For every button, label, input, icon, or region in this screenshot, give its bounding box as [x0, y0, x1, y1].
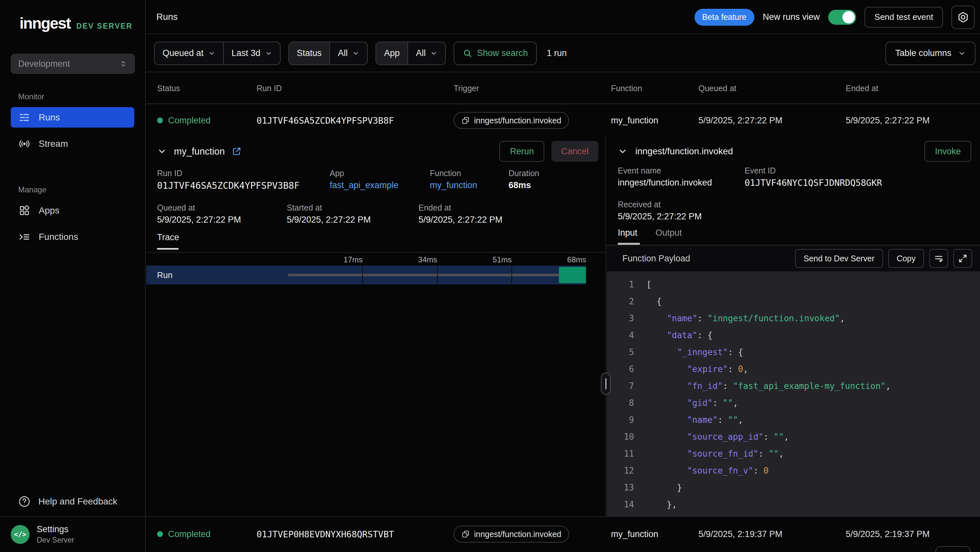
trigger-badge[interactable]: inngest/function.invoked — [453, 526, 569, 542]
invoke-button[interactable]: Invoke — [924, 141, 971, 162]
collapse-run-chevron[interactable] — [157, 147, 167, 156]
trace-timeline — [288, 266, 586, 284]
queued-at-cell: 5/9/2025, 2:27:22 PM — [698, 116, 846, 126]
collapse-event-chevron[interactable] — [618, 147, 628, 156]
next-row-peek-button[interactable] — [935, 546, 970, 552]
code-line: 6 "expire": 0, — [607, 361, 980, 378]
select-updown-icon — [119, 59, 127, 68]
app-filter[interactable]: App All — [375, 41, 446, 65]
trace-run-row[interactable]: Run — [146, 266, 586, 284]
run-detail-title: my_function — [174, 146, 225, 157]
run-id-cell: 01JTVEP0H8EVDNYXH68QRSTVBT — [256, 529, 453, 539]
topbar: Runs Beta feature New runs view Send tes… — [146, 0, 980, 34]
code-line: 3 "name": "inngest/function.invoked", — [607, 310, 980, 327]
dev-server-avatar: </> — [11, 525, 30, 544]
function-cell: my_function — [611, 529, 698, 539]
queued-at-filter[interactable]: Queued at Last 3d — [154, 41, 281, 65]
trace-grid-line — [511, 266, 512, 284]
app-filter-value[interactable]: All — [408, 42, 445, 64]
code-line: 8 "gid": "", — [607, 394, 980, 412]
code-line: 1[ — [607, 276, 980, 293]
column-header: Run ID — [256, 84, 453, 93]
new-runs-view-toggle[interactable] — [828, 10, 856, 25]
code-line: 12 "source_fn_v": 0 — [607, 462, 980, 479]
workspace-select[interactable]: Development — [11, 54, 135, 74]
trace-span-line — [288, 274, 582, 276]
trace-grid-line — [586, 266, 587, 284]
column-header: Function — [611, 84, 698, 93]
chevron-down-icon — [265, 50, 272, 57]
sidebar-item-label: Runs — [39, 112, 60, 123]
trace-grid-line — [437, 266, 438, 284]
tab-output[interactable]: Output — [655, 228, 682, 238]
show-search-button[interactable]: Show search — [453, 41, 537, 65]
sidebar-item-functions[interactable]: Functions — [11, 227, 134, 247]
payload-code-scroll[interactable]: 1[2 {3 "name": "inngest/function.invoked… — [607, 271, 980, 516]
tab-input[interactable]: Input — [618, 228, 637, 238]
app-link[interactable]: fast_api_example — [330, 180, 399, 190]
queued-at-field[interactable]: Queued at — [155, 42, 223, 64]
dev-server-tag: DEV SERVER — [76, 22, 133, 30]
external-link-icon[interactable] — [232, 147, 242, 156]
chevron-down-icon — [352, 50, 359, 57]
search-icon — [463, 48, 473, 58]
send-to-dev-server-button[interactable]: Send to Dev Server — [795, 249, 883, 268]
apps-icon — [19, 205, 30, 217]
main-content: Runs Beta feature New runs view Send tes… — [146, 0, 980, 552]
beta-feature-badge: Beta feature — [695, 9, 754, 26]
sidebar-section-monitor: Monitor — [18, 92, 145, 101]
time-range-value[interactable]: Last 3d — [224, 42, 280, 64]
settings-footer[interactable]: </> Settings Dev Server — [0, 516, 145, 552]
code-line: 14 }, — [607, 496, 980, 513]
function-label: Function — [430, 169, 461, 178]
status-filter[interactable]: Status All — [288, 41, 368, 65]
panel-resize-handle[interactable] — [601, 373, 611, 395]
table-row[interactable]: Completed 01JTVEP0H8EVDNYXH68QRSTVBT inn… — [146, 517, 980, 551]
received-at-label: Received at — [618, 200, 661, 209]
ended-at-label: Ended at — [418, 203, 451, 212]
chevron-down-icon — [958, 49, 966, 57]
column-header: Status — [157, 84, 256, 93]
send-test-event-button[interactable]: Send test event — [865, 7, 943, 28]
trace-axis: 17ms34ms51ms68ms — [288, 255, 586, 266]
tab-trace[interactable]: Trace — [157, 232, 179, 242]
trace-run-label: Run — [157, 270, 173, 280]
trace-tick-label: 68ms — [567, 255, 586, 264]
rerun-button[interactable]: Rerun — [500, 141, 544, 162]
sidebar-item-runs[interactable]: Runs — [11, 107, 134, 128]
sidebar-item-stream[interactable]: Stream — [11, 134, 134, 154]
chevron-down-icon — [430, 50, 438, 57]
settings-gear-button[interactable] — [951, 6, 975, 29]
status-filter-value[interactable]: All — [330, 42, 367, 64]
started-at-label: Started at — [287, 203, 322, 212]
word-wrap-button[interactable] — [929, 249, 948, 268]
trace-tick-label: 34ms — [418, 255, 438, 264]
run-id-label: Run ID — [157, 169, 182, 178]
table-row[interactable]: Completed 01JTVF46SA5ZCDK4YPFSPV3B8F inn… — [146, 105, 980, 136]
sidebar-item-apps[interactable]: Apps — [11, 200, 134, 221]
expand-button[interactable] — [953, 249, 972, 268]
code-line: 5 "_inngest": { — [607, 344, 980, 361]
function-link[interactable]: my_function — [430, 180, 477, 190]
table-columns-button[interactable]: Table columns — [885, 41, 975, 65]
code-line: 10 "source_app_id": "", — [607, 428, 980, 445]
code-line: 9 "name": "", — [607, 412, 980, 428]
code-line: 7 "fn_id": "fast_api_example-my_function… — [607, 378, 980, 394]
queued-at-label: Queued at — [157, 203, 195, 212]
app-filter-field: App — [376, 42, 407, 64]
run-detail-panel: my_function Rerun Cancel Run ID 01JTVF46… — [146, 136, 980, 516]
copy-button[interactable]: Copy — [888, 249, 924, 268]
runs-table-header: Status Run ID Trigger Function Queued at… — [146, 73, 980, 104]
help-and-feedback[interactable]: Help and Feedback — [18, 495, 145, 508]
event-squares-icon — [461, 530, 470, 538]
run-detail-left: my_function Rerun Cancel Run ID 01JTVF46… — [146, 136, 605, 516]
run-count: 1 run — [547, 48, 567, 58]
app-label: App — [330, 169, 344, 178]
stream-icon — [19, 138, 30, 150]
trigger-badge[interactable]: inngest/function.invoked — [453, 112, 569, 129]
event-id-value: 01JTVF46NYC1QSFJDNRDQ58GKR — [745, 178, 882, 188]
cancel-button[interactable]: Cancel — [552, 141, 598, 162]
column-header: Trigger — [453, 84, 611, 93]
event-name-value: inngest/function.invoked — [618, 178, 712, 188]
trace-exec-segment[interactable] — [559, 267, 586, 283]
